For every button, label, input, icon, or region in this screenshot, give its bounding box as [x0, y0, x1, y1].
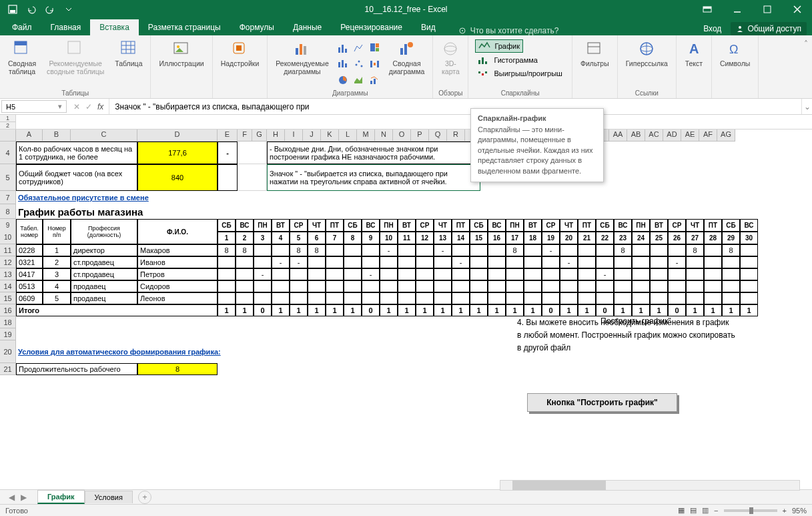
cell[interactable]: Табел. номер [16, 219, 43, 244]
cell[interactable]: 25 [650, 232, 668, 244]
cell[interactable]: продавец [71, 280, 137, 292]
cell[interactable] [488, 280, 506, 292]
cell[interactable] [416, 292, 434, 304]
row-header[interactable]: 20 [0, 340, 16, 363]
cell[interactable] [704, 268, 722, 280]
cell[interactable] [578, 244, 596, 256]
zoom-in-icon[interactable]: + [783, 507, 787, 515]
row-header[interactable]: 21 [0, 363, 16, 375]
name-box[interactable]: H5▾ [1, 100, 67, 113]
cell[interactable] [398, 244, 416, 256]
cell[interactable]: 14 [452, 232, 470, 244]
cell[interactable] [578, 268, 596, 280]
cell[interactable] [452, 292, 470, 304]
cell[interactable] [236, 292, 254, 304]
cell[interactable] [614, 280, 632, 292]
row-header[interactable]: 14 [0, 280, 16, 292]
cell[interactable] [272, 244, 290, 256]
cell[interactable] [722, 292, 740, 304]
cell[interactable]: Сидоров [137, 280, 218, 292]
cell[interactable]: - Выходные дни. Дни, обозначенные значко… [267, 142, 480, 164]
view-break-icon[interactable]: ▥ [702, 506, 709, 515]
cell[interactable]: 840 [137, 164, 218, 191]
cell[interactable]: Петров [137, 268, 218, 280]
cell[interactable] [740, 244, 758, 256]
cell[interactable]: 28 [704, 232, 722, 244]
minimize-icon[interactable] [722, 0, 752, 19]
cell[interactable] [236, 256, 254, 268]
cell[interactable] [398, 256, 416, 268]
column-header[interactable]: AE [681, 130, 699, 142]
cell[interactable]: ст.продавец [71, 268, 137, 280]
cell[interactable]: 27 [686, 232, 704, 244]
cell[interactable] [722, 268, 740, 280]
cell[interactable] [452, 268, 470, 280]
cell[interactable] [344, 244, 362, 256]
cell[interactable] [452, 280, 470, 292]
tab-data[interactable]: Данные [284, 19, 331, 35]
column-header[interactable]: L [339, 130, 357, 142]
cell[interactable]: 12 [416, 232, 434, 244]
cell[interactable]: 5 [290, 232, 308, 244]
cell[interactable]: ПТ [452, 219, 470, 232]
cell[interactable]: 1 [218, 232, 236, 244]
cell[interactable]: СБ [218, 219, 236, 232]
cell[interactable] [326, 268, 344, 280]
cell[interactable] [380, 268, 398, 280]
cell[interactable] [326, 256, 344, 268]
formula-bar[interactable]: Значок " - "выбирается из списка, выпада… [109, 99, 801, 114]
cell[interactable] [578, 292, 596, 304]
column-header[interactable]: R [447, 130, 465, 142]
cell[interactable]: ВС [488, 219, 506, 232]
cell[interactable]: 1 [506, 304, 524, 316]
cell[interactable]: 8 [308, 244, 326, 256]
chart-combo-icon[interactable] [368, 73, 382, 87]
cell[interactable]: 4 [43, 280, 71, 292]
cell[interactable] [524, 256, 542, 268]
tab-formulas[interactable]: Формулы [230, 19, 284, 35]
worksheet[interactable]: ABCDEFGHIJKLMNOPQRSTUVWXYZAAABACADAEAFAG… [0, 130, 812, 495]
cell[interactable]: ВТ [272, 219, 290, 232]
cell[interactable]: Профессия (должность) [71, 219, 137, 244]
cell[interactable]: СР [290, 219, 308, 232]
cell[interactable] [506, 280, 524, 292]
cell[interactable]: 0417 [16, 268, 43, 280]
cell[interactable] [596, 256, 614, 268]
column-header[interactable]: H [267, 130, 285, 142]
cell[interactable]: Иванов [137, 256, 218, 268]
cell[interactable] [380, 292, 398, 304]
cell[interactable] [524, 244, 542, 256]
cell[interactable] [362, 280, 380, 292]
cell[interactable] [578, 280, 596, 292]
cell[interactable]: - [272, 256, 290, 268]
cell[interactable]: 1 [722, 304, 740, 316]
cell[interactable]: 1 [416, 304, 434, 316]
cell[interactable]: Макаров [137, 244, 218, 256]
cell[interactable] [380, 280, 398, 292]
maximize-icon[interactable] [752, 0, 782, 19]
cell[interactable] [218, 164, 238, 191]
cell[interactable]: 0 [542, 304, 560, 316]
column-header[interactable]: D [137, 130, 218, 142]
column-header[interactable]: F [238, 130, 252, 142]
recommended-pivot-button[interactable]: Рекомендуемые сводные таблицы [43, 38, 108, 77]
cell[interactable]: 0 [254, 304, 272, 316]
cell[interactable] [362, 244, 380, 256]
cell[interactable] [272, 292, 290, 304]
cell[interactable]: 8 [218, 244, 236, 256]
sparkline-winloss-button[interactable]: Выигрыш/проигрыш [475, 67, 565, 79]
cell[interactable] [506, 268, 524, 280]
cell[interactable]: 1 [272, 304, 290, 316]
cell[interactable]: - [362, 268, 380, 280]
cell[interactable]: 13 [434, 232, 452, 244]
outline-level-2[interactable]: 2 [0, 122, 15, 129]
cell[interactable]: 5 [43, 292, 71, 304]
cell[interactable]: 1 [452, 304, 470, 316]
row-header[interactable]: 16 [0, 304, 16, 316]
cell[interactable]: 1 [488, 304, 506, 316]
cell[interactable]: ЧТ [686, 219, 704, 232]
row-header[interactable]: 8 [0, 204, 16, 219]
sparkline-line-button[interactable]: График [475, 39, 523, 53]
cell[interactable] [380, 256, 398, 268]
column-header[interactable]: N [375, 130, 393, 142]
